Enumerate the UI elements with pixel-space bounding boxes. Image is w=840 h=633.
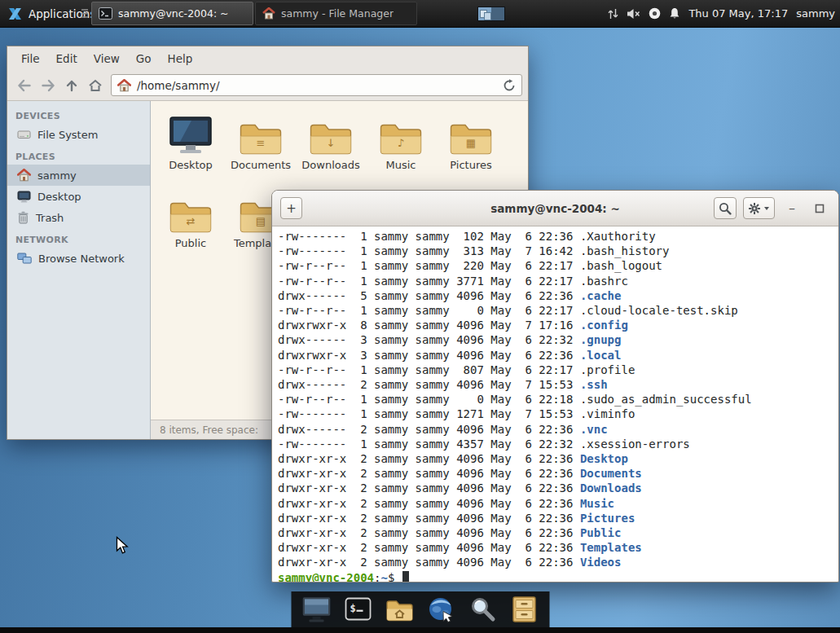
terminal-line: -rw------- 1 sammy sammy 1271 May 7 15:5… [278,407,838,421]
file-icon-downloads[interactable]: ↓Downloads [296,109,366,187]
terminal-line: -rw-r--r-- 1 sammy sammy 0 May 6 22:17 .… [278,303,838,318]
terminal-line: drwxr-xr-x 2 sammy sammy 4096 May 6 22:3… [278,525,838,540]
path-bar[interactable]: /home/sammy/ [111,74,522,96]
panel-right: Thu 07 May, 17:17 sammy [608,0,835,27]
fm-status-text: 8 items, Free space: [160,424,258,436]
terminal-line: -rw-r--r-- 1 sammy sammy 220 May 6 22:17… [278,258,838,273]
terminal-line: drwx------ 5 sammy sammy 4096 May 6 22:3… [278,288,838,303]
desktop: Applications sammy@vnc-2004: ~sammy - Fi… [0,0,840,633]
status-indicator-icon[interactable] [649,7,661,20]
workspace-2[interactable] [491,7,504,20]
folder-emblem: ⇄ [187,215,196,227]
file-label: Public [175,237,206,249]
monitor-icon [169,109,213,156]
terminal-header[interactable]: + sammy@vnc-2004: ~ – [272,191,838,226]
terminal-line: -rw-r--r-- 1 sammy sammy 3771 May 6 22:1… [278,274,838,288]
forward-icon [40,78,56,93]
terminal-line: drwxr-xr-x 2 sammy sammy 4096 May 6 22:3… [278,540,838,555]
prompt-symbol: $ [388,571,402,582]
up-button[interactable] [60,75,82,96]
workspace-1[interactable] [478,7,491,20]
terminal-line: drwxr-xr-x 2 sammy sammy 4096 May 6 22:3… [278,555,838,569]
search-icon [719,202,732,215]
folder-icon: ▦ [448,109,494,156]
terminal-body[interactable]: -rw------- 1 sammy sammy 102 May 6 22:36… [272,226,838,582]
dock-display-icon[interactable] [301,595,332,624]
taskbar-button-terminal[interactable]: sammy@vnc-2004: ~ [91,2,253,25]
dock-terminal-icon[interactable]: $ [342,595,373,624]
dock-file-cabinet-icon[interactable] [508,595,539,624]
sidebar-item-label: File System [37,129,98,141]
terminal-line: drwxr-xr-x 2 sammy sammy 4096 May 6 22:3… [278,451,838,466]
folder-emblem: ♪ [398,137,404,149]
back-button[interactable] [13,75,35,96]
up-icon [64,78,79,93]
terminal-output: -rw------- 1 sammy sammy 102 May 6 22:36… [278,229,838,570]
file-label: Pictures [450,159,491,171]
sidebar-item-label: Browse Network [38,253,125,265]
fm-menubar: FileEditViewGoHelp [7,46,528,70]
file-icon-music[interactable]: ♪Music [366,109,436,187]
preferences-button[interactable] [743,197,775,219]
session-user-label[interactable]: sammy [796,7,835,20]
sidebar-item-file-system[interactable]: File System [7,124,150,145]
bell-icon[interactable] [669,7,680,20]
maximize-icon [815,204,825,213]
folder-emblem: ▤ [256,215,266,227]
sidebar-item-desktop[interactable]: Desktop [7,186,150,207]
folder-emblem: ≡ [257,137,266,149]
prompt-cwd: ~ [380,571,387,582]
terminal-line: -rw-r--r-- 1 sammy sammy 0 May 6 22:18 .… [278,392,838,407]
fm-sidebar: DEVICESFile SystemPLACESsammyDesktopTras… [7,101,151,439]
home-folder-icon [117,79,131,92]
terminal-line: -rw-r--r-- 1 sammy sammy 807 May 6 22:17… [278,363,838,377]
trash-icon [17,211,29,224]
file-label: Documents [231,159,291,171]
taskbar-button-label: sammy - File Manager [281,7,394,20]
network-arrows-icon[interactable] [608,8,618,20]
menu-file[interactable]: File [13,48,48,69]
volume-muted-icon[interactable] [627,8,640,20]
terminal-line: drwxrwxr-x 8 sammy sammy 4096 May 7 17:1… [278,318,838,332]
forward-button[interactable] [37,75,59,96]
file-icon-public[interactable]: ⇄Public [156,187,226,266]
clock[interactable]: Thu 07 May, 17:17 [688,7,788,20]
terminal-prompt: sammy@vnc-2004:~$ [278,570,838,582]
terminal-line: drwx------ 2 sammy sammy 4096 May 6 22:3… [278,422,838,437]
reload-icon[interactable] [503,79,516,92]
maximize-button[interactable] [809,199,830,218]
sidebar-item-trash[interactable]: Trash [7,207,150,228]
new-tab-button[interactable]: + [280,197,302,219]
home-button[interactable] [84,75,106,96]
workspace-pager [477,7,505,21]
bottom-strip [0,627,840,633]
prompt-user-host: sammy@vnc-2004 [278,571,374,582]
sidebar-item-browse-network[interactable]: Browse Network [7,248,150,269]
dock-app-finder-icon[interactable] [467,595,498,624]
file-icon-desktop[interactable]: Desktop [156,109,226,187]
mouse-cursor [116,536,130,555]
file-icon-pictures[interactable]: ▦Pictures [436,109,506,187]
terminal-line: -rw------- 1 sammy sammy 313 May 7 16:42… [278,244,838,258]
file-label: Music [386,159,416,171]
menu-go[interactable]: Go [128,48,160,69]
menu-help[interactable]: Help [160,48,201,69]
home-icon [17,169,31,182]
minimize-button[interactable]: – [781,199,803,218]
search-button[interactable] [714,197,737,219]
menu-view[interactable]: View [86,48,128,69]
sidebar-item-sammy[interactable]: sammy [7,165,150,186]
terminal-line: -rw------- 1 sammy sammy 4357 May 6 22:3… [278,437,838,451]
terminal-line: drwxrwxr-x 3 sammy sammy 4096 May 6 22:3… [278,348,838,363]
menu-edit[interactable]: Edit [48,48,86,69]
file-label: Desktop [169,159,213,171]
taskbar-button-label: sammy@vnc-2004: ~ [118,7,229,20]
terminal-line: drwxr-xr-x 2 sammy sammy 4096 May 6 22:3… [278,481,838,495]
dock-web-browser-icon[interactable] [425,595,456,624]
folder-icon: ⇄ [168,187,213,235]
panel-indicators [608,7,680,20]
dock-home-folder-icon[interactable] [384,595,415,624]
sidebar-header-network: NETWORK [7,228,150,248]
file-icon-documents[interactable]: ≡Documents [226,109,296,187]
taskbar-button-file-manager[interactable]: sammy - File Manager [255,2,417,25]
